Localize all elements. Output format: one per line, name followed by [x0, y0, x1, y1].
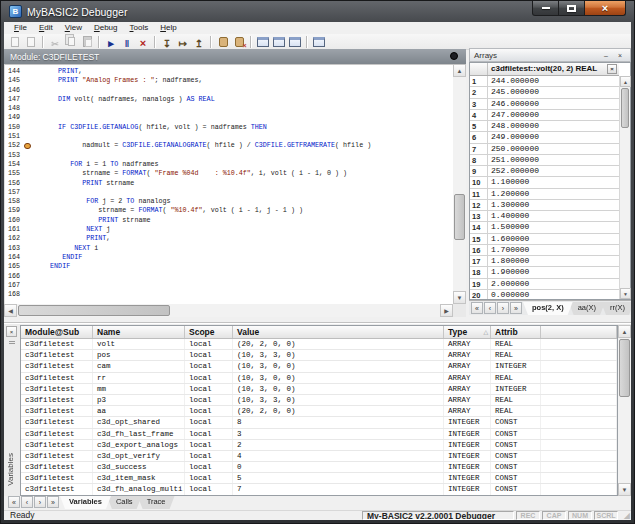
column-header-attrib[interactable]: Attrib [491, 326, 541, 338]
column-header-name[interactable]: Name [93, 326, 185, 338]
menu-debug[interactable]: Debug [88, 22, 124, 34]
scroll-left-icon[interactable]: ◀ [4, 304, 17, 317]
array-grid-scrollbar[interactable]: ▲ ▼ [619, 76, 630, 299]
array-row[interactable]: 151.600000 [470, 234, 619, 245]
table-row[interactable]: c3dfiletestp3local(10, 3, 3, 0)ARRAYREAL [21, 395, 617, 406]
array-row[interactable]: 9252.000000 [470, 166, 619, 177]
column-header-value[interactable]: Value [233, 326, 444, 338]
array-cell-value[interactable]: 246.000000 [488, 99, 619, 109]
table-row[interactable]: c3dfiletestcamlocal(10, 3, 0, 0)ARRAYINT… [21, 361, 617, 372]
table-row[interactable]: c3dfiletestaalocal(20, 2, 0, 0)ARRAYREAL [21, 406, 617, 417]
code-line[interactable]: 151 [5, 132, 453, 141]
array-cell-value[interactable]: 1.600000 [488, 234, 619, 244]
code-line[interactable]: 155 strname = FORMAT( "Frame %04d : %10.… [5, 169, 453, 178]
code-line[interactable]: 149 [5, 113, 453, 122]
arrays-window-button[interactable] [312, 35, 327, 49]
first-tab-button[interactable]: « [471, 302, 483, 314]
line-number[interactable]: 159 [5, 206, 19, 215]
code-line[interactable]: 153 [5, 151, 453, 160]
line-number[interactable]: 144 [5, 67, 19, 76]
scroll-down-icon[interactable]: ▼ [453, 291, 466, 304]
paste-button[interactable] [80, 35, 95, 49]
array-row[interactable]: 2245.000000 [470, 87, 619, 98]
line-number[interactable]: 166 [5, 272, 19, 281]
code-line[interactable]: 146 [5, 86, 453, 95]
table-row[interactable]: c3dfiletestc3d_fh_analog_multi...local7I… [21, 484, 617, 495]
array-row[interactable]: 131.400000 [470, 211, 619, 222]
line-number[interactable]: 151 [5, 132, 19, 141]
code-line[interactable]: 162 PRINT, [5, 234, 453, 243]
table-row[interactable]: c3dfiletestposlocal(10, 3, 3, 0)ARRAYREA… [21, 350, 617, 361]
table-row[interactable]: c3dfiletestc3d_item_masklocal5INTEGERCON… [21, 473, 617, 484]
code-line[interactable]: 145 PRINT "Analog Frames : "; nadframes, [5, 76, 453, 85]
array-cell-value[interactable]: 252.000000 [488, 166, 619, 176]
code-line[interactable]: 161 NEXT j [5, 225, 453, 234]
scroll-up-icon[interactable]: ▲ [618, 325, 631, 338]
scroll-down-icon[interactable]: ▼ [620, 288, 631, 299]
code-line[interactable]: 150 IF C3DFILE.GETANALOG( hfile, volt ) … [5, 123, 453, 132]
line-number[interactable]: 161 [5, 225, 19, 234]
close-array-column-icon[interactable]: × [607, 64, 617, 74]
table-row[interactable]: c3dfiletestc3d_fh_last_framelocal3INTEGE… [21, 429, 617, 440]
copy-button[interactable] [64, 35, 79, 49]
line-number[interactable]: 148 [5, 104, 19, 113]
code-line[interactable]: 158 FOR j = 2 TO nanalogs [5, 197, 453, 206]
table-row[interactable]: c3dfiletestrrlocal(10, 3, 0, 0)ARRAYREAL [21, 373, 617, 384]
next-tab-button[interactable]: › [34, 496, 46, 508]
line-number[interactable]: 153 [5, 151, 19, 160]
array-row[interactable]: 4247.000000 [470, 110, 619, 121]
scrollbar-thumb[interactable] [619, 339, 630, 397]
first-tab-button[interactable]: « [8, 496, 20, 508]
editor-horizontal-scrollbar[interactable]: ◀ ▶ [4, 304, 466, 317]
line-number[interactable]: 147 [5, 95, 19, 104]
array-cell-value[interactable]: 1.400000 [488, 211, 619, 221]
array-cell-value[interactable]: 1.900000 [488, 267, 619, 277]
line-number[interactable]: 164 [5, 253, 19, 262]
array-column-header[interactable]: c3dfiletest::volt(20, 2) REAL × [488, 63, 619, 75]
column-header-type[interactable]: Type△ [444, 326, 491, 338]
line-number[interactable]: 168 [5, 290, 19, 299]
array-row[interactable]: 181.900000 [470, 267, 619, 278]
array-cell-value[interactable]: 1.300000 [488, 200, 619, 210]
array-cell-value[interactable]: 1.700000 [488, 245, 619, 255]
scroll-up-icon[interactable]: ▲ [453, 64, 466, 77]
code-line[interactable]: 167 [5, 281, 453, 290]
prev-tab-button[interactable]: ‹ [484, 302, 496, 314]
array-row[interactable]: 8251.000000 [470, 155, 619, 166]
minimize-button[interactable] [532, 1, 559, 16]
array-cell-value[interactable]: 1.100000 [488, 177, 619, 187]
last-tab-button[interactable]: » [47, 496, 59, 508]
line-number[interactable]: 162 [5, 234, 19, 243]
code-line[interactable]: 159 strname = FORMAT( "%10.4f", volt ( i… [5, 206, 453, 215]
variables-window-button[interactable] [256, 35, 271, 49]
line-number[interactable]: 165 [5, 262, 19, 271]
step-into-button[interactable] [160, 35, 175, 49]
line-number[interactable]: 154 [5, 160, 19, 169]
arrays-panel-titlebar[interactable]: Arrays – × [469, 48, 631, 62]
line-number[interactable]: 163 [5, 244, 19, 253]
code-line[interactable]: 147 DIM volt( nadframes, nanalogs ) AS R… [5, 95, 453, 104]
code-line[interactable]: 160 PRINT strname [5, 216, 453, 225]
step-out-button[interactable] [192, 35, 207, 49]
array-cell-value[interactable]: 251.000000 [488, 155, 619, 165]
code-line[interactable]: 166 [5, 272, 453, 281]
array-cell-value[interactable]: 1.200000 [488, 189, 619, 199]
line-number[interactable]: 150 [5, 123, 19, 132]
array-row[interactable]: 200.000000 [470, 290, 619, 299]
line-number[interactable]: 152 [5, 141, 19, 150]
close-dock-icon[interactable]: × [6, 326, 17, 337]
code-line[interactable]: 168 [5, 290, 453, 299]
code-line[interactable]: 157 [5, 188, 453, 197]
cut-button[interactable] [48, 35, 63, 49]
table-row[interactable]: c3dfiletestc3d_successlocal0INTEGERCONST [21, 462, 617, 473]
menu-file[interactable]: File [8, 22, 33, 34]
line-number[interactable]: 156 [5, 179, 19, 188]
clear-breakpoints-button[interactable] [232, 35, 247, 49]
code-line[interactable]: 154 FOR i = 1 TO nadframes [5, 160, 453, 169]
watch-window-button[interactable] [272, 35, 287, 49]
array-row[interactable]: 171.800000 [470, 256, 619, 267]
column-header-module-sub[interactable]: Module@Sub [21, 326, 93, 338]
array-row[interactable]: 7250.000000 [470, 144, 619, 155]
line-number[interactable]: 158 [5, 197, 19, 206]
array-cell-value[interactable]: 245.000000 [488, 87, 619, 97]
